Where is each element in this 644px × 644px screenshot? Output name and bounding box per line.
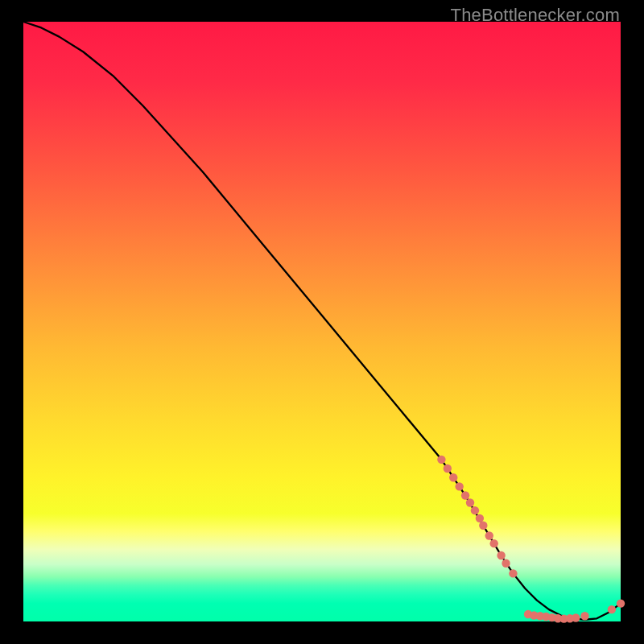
data-marker [617, 599, 625, 607]
curve-svg [23, 22, 621, 621]
data-marker [471, 506, 479, 514]
data-marker [572, 613, 580, 621]
data-marker [466, 498, 474, 506]
data-marker [444, 464, 452, 473]
marker-group [437, 456, 625, 623]
data-marker [580, 612, 588, 620]
watermark-text: TheBottlenecker.com [451, 5, 620, 26]
bottleneck-curve [23, 22, 621, 620]
data-marker [502, 559, 510, 568]
data-marker [485, 531, 493, 539]
chart-frame: TheBottlenecker.com [0, 0, 644, 644]
data-marker [509, 569, 517, 577]
data-marker [455, 482, 463, 490]
data-marker [479, 522, 487, 530]
data-marker [476, 514, 484, 522]
data-marker [449, 473, 457, 481]
data-marker [437, 456, 445, 464]
data-marker [490, 539, 498, 547]
data-marker [461, 491, 469, 499]
data-marker [497, 551, 505, 559]
plot-area [23, 22, 621, 621]
data-marker [608, 605, 616, 613]
